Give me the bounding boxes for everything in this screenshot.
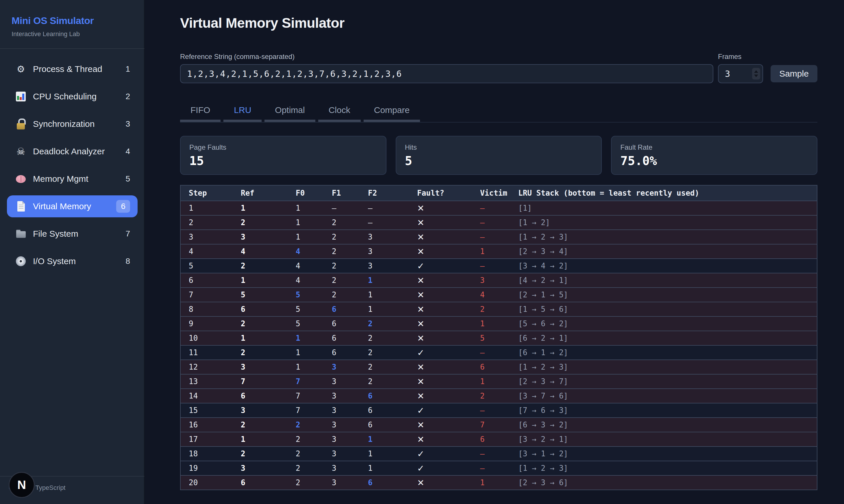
cell-lru-stack: [7 → 6 → 3] bbox=[510, 403, 817, 418]
sidebar-item[interactable]: I/O System 8 bbox=[7, 250, 138, 272]
brain-icon bbox=[15, 173, 27, 185]
sidebar-item[interactable]: Virtual Memory 6 bbox=[7, 195, 138, 217]
table-row: 17 1 2 3 1 ✕ 6 [3 → 2 → 1] bbox=[180, 432, 817, 447]
page-faults-card: Page Faults 15 bbox=[180, 136, 387, 175]
tab[interactable]: LRU bbox=[223, 101, 262, 122]
cell-step: 7 bbox=[180, 288, 233, 302]
cell-fault-mark: ✓ bbox=[409, 259, 472, 273]
cell-f2: 3 bbox=[360, 230, 409, 244]
table-row: 11 2 1 6 2 ✓ – [6 → 1 → 2] bbox=[180, 345, 817, 360]
cell-fault-mark: ✕ bbox=[409, 418, 472, 432]
sidebar-item[interactable]: Process & Thread 1 bbox=[7, 58, 138, 80]
cell-f0: 1 bbox=[288, 360, 324, 374]
cell-f2: 2 bbox=[360, 317, 409, 331]
cell-f0: 5 bbox=[288, 317, 324, 331]
lock-icon bbox=[15, 118, 27, 130]
cell-lru-stack: [3 → 1 → 2] bbox=[510, 447, 817, 461]
table-row: 13 7 7 3 2 ✕ 1 [2 → 3 → 7] bbox=[180, 374, 817, 389]
cell-step: 14 bbox=[180, 389, 233, 403]
cell-ref: 6 bbox=[233, 389, 288, 403]
cell-ref: 2 bbox=[233, 418, 288, 432]
cell-step: 3 bbox=[180, 230, 233, 244]
tab[interactable]: Compare bbox=[364, 101, 420, 122]
sidebar-item[interactable]: Memory Mgmt 5 bbox=[7, 168, 138, 190]
cell-f2: 1 bbox=[360, 288, 409, 302]
cell-fault-mark: ✕ bbox=[409, 331, 472, 345]
simulation-table: Step Ref F0 F1 F2 Fault? Victim LRU Stac… bbox=[180, 185, 818, 490]
cell-lru-stack: [2 → 3 → 4] bbox=[510, 244, 817, 259]
sidebar-item-number: 1 bbox=[125, 65, 130, 74]
nextjs-badge-icon[interactable]: N bbox=[9, 472, 35, 498]
cell-lru-stack: [1 → 2 → 3] bbox=[510, 360, 817, 374]
cell-f1: 6 bbox=[324, 317, 360, 331]
sidebar-item[interactable]: File System 7 bbox=[7, 223, 138, 245]
cell-f1: 3 bbox=[324, 360, 360, 374]
cell-ref: 3 bbox=[233, 360, 288, 374]
cd-icon bbox=[15, 255, 27, 268]
badge-letter: N bbox=[17, 478, 26, 492]
sidebar-item-label: Virtual Memory bbox=[33, 201, 116, 211]
cell-victim: 4 bbox=[472, 288, 510, 302]
cell-step: 20 bbox=[180, 475, 233, 490]
table-row: 14 6 7 3 6 ✕ 2 [3 → 7 → 6] bbox=[180, 389, 817, 403]
table-row: 1 1 1 – – ✕ – [1] bbox=[180, 201, 817, 215]
cell-lru-stack: [3 → 2 → 1] bbox=[510, 432, 817, 447]
cell-f0: 2 bbox=[288, 475, 324, 490]
cell-f0: 1 bbox=[288, 201, 324, 215]
sidebar-item[interactable]: CPU Scheduling 2 bbox=[7, 86, 138, 108]
cell-fault-mark: ✕ bbox=[409, 389, 472, 403]
cell-f0: 4 bbox=[288, 244, 324, 259]
cell-fault-mark: ✓ bbox=[409, 345, 472, 360]
cell-fault-mark: ✕ bbox=[409, 288, 472, 302]
app-title: Mini OS Simulator bbox=[12, 15, 133, 26]
cell-f0: 1 bbox=[288, 331, 324, 345]
cell-f1: 2 bbox=[324, 230, 360, 244]
cell-f1: 6 bbox=[324, 345, 360, 360]
cell-fault-mark: ✕ bbox=[409, 475, 472, 490]
cell-lru-stack: [2 → 3 → 6] bbox=[510, 475, 817, 490]
cell-f1: 6 bbox=[324, 302, 360, 317]
cell-f1: 2 bbox=[324, 273, 360, 288]
sidebar-item-label: File System bbox=[33, 229, 125, 239]
sidebar-item-label: Deadlock Analyzer bbox=[33, 146, 125, 156]
sidebar-item[interactable]: Synchronization 3 bbox=[7, 113, 138, 135]
cell-lru-stack: [3 → 7 → 6] bbox=[510, 389, 817, 403]
cell-fault-mark: ✓ bbox=[409, 403, 472, 418]
cell-victim: – bbox=[472, 230, 510, 244]
cell-ref: 2 bbox=[233, 345, 288, 360]
table-row: 12 3 1 3 2 ✕ 6 [1 → 2 → 3] bbox=[180, 360, 817, 374]
cell-f1: 2 bbox=[324, 288, 360, 302]
sidebar-item-number: 2 bbox=[125, 92, 130, 101]
sidebar-item-label: Memory Mgmt bbox=[33, 174, 125, 184]
table-row: 6 1 4 2 1 ✕ 3 [4 → 2 → 1] bbox=[180, 273, 817, 288]
sidebar-item[interactable]: Deadlock Analyzer 4 bbox=[7, 141, 138, 162]
cell-ref: 3 bbox=[233, 403, 288, 418]
cell-victim: 6 bbox=[472, 360, 510, 374]
cell-fault-mark: ✕ bbox=[409, 244, 472, 259]
col-victim: Victim bbox=[472, 185, 510, 201]
cell-f2: – bbox=[360, 215, 409, 230]
cell-f0: 2 bbox=[288, 461, 324, 475]
tab[interactable]: Clock bbox=[318, 101, 361, 122]
cell-step: 2 bbox=[180, 215, 233, 230]
cell-ref: 2 bbox=[233, 259, 288, 273]
cell-f2: 2 bbox=[360, 374, 409, 389]
sample-button[interactable]: Sample bbox=[771, 65, 818, 83]
cell-step: 8 bbox=[180, 302, 233, 317]
cell-ref: 1 bbox=[233, 201, 288, 215]
sidebar-item-number: 7 bbox=[125, 229, 130, 238]
skull-icon bbox=[15, 145, 27, 158]
cell-ref: 6 bbox=[233, 475, 288, 490]
sidebar-item-number: 8 bbox=[125, 257, 130, 266]
stepper-arrows-icon[interactable] bbox=[752, 68, 760, 79]
cell-step: 13 bbox=[180, 374, 233, 389]
tab[interactable]: FIFO bbox=[180, 101, 220, 122]
tab[interactable]: Optimal bbox=[265, 101, 315, 122]
sidebar-item-label: I/O System bbox=[33, 256, 125, 266]
fault-rate-card: Fault Rate 75.0% bbox=[611, 136, 818, 175]
cell-ref: 6 bbox=[233, 302, 288, 317]
hits-card: Hits 5 bbox=[396, 136, 602, 175]
reference-string-input[interactable] bbox=[180, 64, 713, 83]
cell-f2: 1 bbox=[360, 461, 409, 475]
page-faults-value: 15 bbox=[189, 154, 377, 168]
